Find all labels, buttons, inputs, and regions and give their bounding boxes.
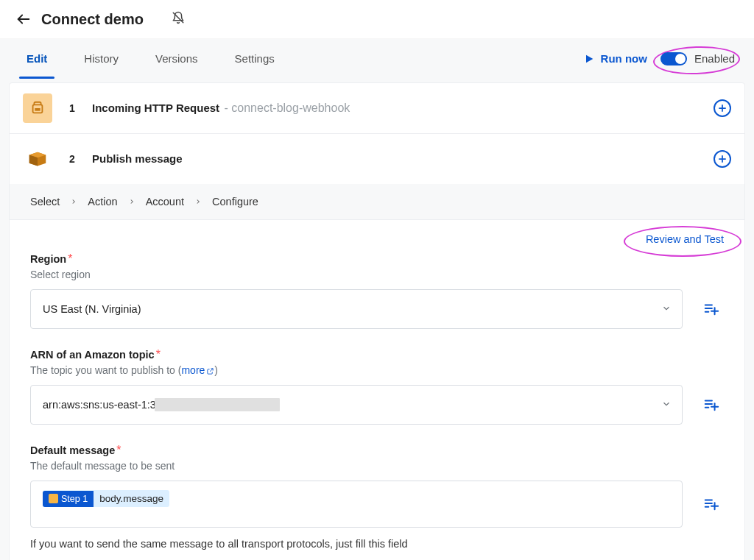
step-number: 2 <box>66 153 79 165</box>
tab-history[interactable]: History <box>78 39 124 78</box>
arn-redacted <box>155 398 280 411</box>
insert-variable-button[interactable] <box>699 297 724 322</box>
notifications-off-icon[interactable] <box>172 11 185 27</box>
breadcrumb: Select Action Account Configure <box>10 184 744 220</box>
token-path: body.message <box>94 490 169 507</box>
page-title: Connect demo <box>41 11 144 28</box>
back-arrow-icon[interactable] <box>15 10 32 28</box>
arn-help-suffix: ) <box>214 364 218 376</box>
chevron-right-icon <box>70 196 77 208</box>
arn-help-prefix: The topic you want to publish to ( <box>30 364 181 376</box>
step-title-wrap: Incoming HTTP Request - connect-blog-web… <box>92 102 350 115</box>
step-row-2[interactable]: 2 Publish message <box>10 134 744 184</box>
default-message-input[interactable]: Step 1 body.message <box>30 481 683 528</box>
default-message-help: The default message to be sent <box>30 460 724 472</box>
default-message-field: Default message* The default message to … <box>30 444 724 550</box>
breadcrumb-action[interactable]: Action <box>88 196 117 208</box>
step-subtitle: - connect-blog-webhook <box>221 102 350 114</box>
default-message-label: Default message <box>30 444 115 456</box>
step-number: 1 <box>66 102 79 114</box>
token-step: Step 1 <box>43 491 94 507</box>
token-step-icon <box>49 494 58 503</box>
aws-icon <box>23 144 52 174</box>
workflow: 1 Incoming HTTP Request - connect-blog-w… <box>9 82 745 560</box>
default-message-note: If you want to send the same message to … <box>30 538 724 550</box>
required-star: * <box>68 252 72 265</box>
enabled-toggle[interactable] <box>660 52 687 65</box>
region-field: Region* Select region US East (N. Virgin… <box>30 252 724 329</box>
chevron-down-icon <box>661 303 672 316</box>
add-step-button[interactable] <box>714 150 731 168</box>
tabs-right: Run now Enabled <box>583 52 735 65</box>
svg-line-17 <box>210 369 213 372</box>
region-value: US East (N. Virginia) <box>43 303 141 315</box>
run-now-label: Run now <box>601 52 647 65</box>
step-row-1[interactable]: 1 Incoming HTTP Request - connect-blog-w… <box>10 83 744 134</box>
arn-field: ARN of an Amazon topic* The topic you wa… <box>30 348 724 425</box>
insert-variable-button[interactable] <box>699 392 724 417</box>
variable-token[interactable]: Step 1 body.message <box>43 490 169 507</box>
arn-value: arn:aws:sns:us-east-1:3 <box>43 399 156 411</box>
chevron-right-icon <box>194 196 202 208</box>
http-icon <box>23 93 52 123</box>
required-star: * <box>116 444 121 456</box>
tab-edit[interactable]: Edit <box>21 39 53 78</box>
step-title: Incoming HTTP Request <box>92 102 219 114</box>
breadcrumb-configure: Configure <box>212 196 258 208</box>
run-now-button[interactable]: Run now <box>583 52 647 65</box>
enabled-toggle-wrap: Enabled <box>660 52 735 65</box>
arn-select[interactable]: arn:aws:sns:us-east-1:3 <box>30 385 683 425</box>
tab-settings[interactable]: Settings <box>229 39 281 78</box>
enabled-label: Enabled <box>694 52 735 65</box>
insert-variable-button[interactable] <box>699 492 724 517</box>
chevron-down-icon <box>661 399 672 411</box>
required-star: * <box>156 348 161 361</box>
tabs-nav: Edit History Versions Settings <box>21 39 281 78</box>
tab-versions[interactable]: Versions <box>149 39 204 78</box>
svg-rect-4 <box>35 108 40 111</box>
tabs-row: Edit History Versions Settings Run now E… <box>4 39 750 78</box>
region-select[interactable]: US East (N. Virginia) <box>30 289 683 329</box>
chevron-right-icon <box>128 196 135 208</box>
arn-help: The topic you want to publish to (more) <box>30 364 724 376</box>
token-step-label: Step 1 <box>61 494 88 504</box>
step-title: Publish message <box>92 152 183 165</box>
region-help: Select region <box>30 269 724 280</box>
svg-marker-2 <box>586 54 593 63</box>
external-link-icon <box>206 367 214 375</box>
arn-label: ARN of an Amazon topic <box>30 349 155 361</box>
add-step-button[interactable] <box>714 99 731 117</box>
arn-more-link[interactable]: more <box>181 364 214 376</box>
breadcrumb-account[interactable]: Account <box>146 196 184 208</box>
play-icon <box>583 53 595 65</box>
review-and-test-link[interactable]: Review and Test <box>646 233 724 245</box>
review-and-test-label: Review and Test <box>646 233 724 245</box>
arn-more-label: more <box>181 364 205 376</box>
region-label: Region <box>30 253 66 265</box>
breadcrumb-select[interactable]: Select <box>30 196 60 208</box>
step-title-wrap: Publish message <box>92 152 183 166</box>
form-area: Review and Test Region* Select region US… <box>10 220 744 550</box>
top-header: Connect demo <box>0 0 754 39</box>
